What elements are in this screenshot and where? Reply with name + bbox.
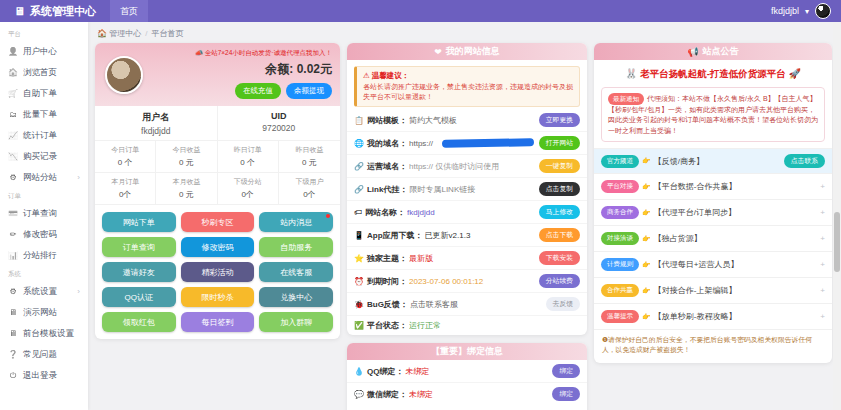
sidebar-item-常见问题[interactable]: ❓常见问题 xyxy=(0,344,88,365)
quick-button-在线客服[interactable]: 在线客服 xyxy=(259,262,333,282)
quick-button-精彩活动[interactable]: 精彩活动 xyxy=(181,262,255,282)
马上修改-button[interactable]: 马上修改 xyxy=(539,205,580,219)
row-icon: 💧 xyxy=(354,367,364,376)
点击复制-button[interactable]: 点击复制 xyxy=(539,182,580,196)
notice-row-link[interactable]: 【对接合作-上架编辑】 xyxy=(654,285,817,296)
sidebar-item-网站分站[interactable]: ⚙网站分站› xyxy=(0,167,88,188)
chevron-down-icon[interactable]: ▾ xyxy=(805,7,809,16)
nav-home-tab[interactable]: 首页 xyxy=(110,0,148,22)
quick-button-每日签到[interactable]: 每日签到 xyxy=(181,312,255,332)
row-icon: ✅ xyxy=(354,321,364,330)
notice-row-link[interactable]: 【代理平台/订单同步】 xyxy=(654,207,817,218)
plus-icon: + xyxy=(820,312,825,321)
nav-username[interactable]: fkdjdjbl xyxy=(771,6,799,16)
sidebar-item-自助下单[interactable]: 🛒自助下单 xyxy=(0,83,88,104)
stat-cell: 本月订单0个 xyxy=(95,173,156,205)
sidebar-item-批量下单[interactable]: 🗂批量下单 xyxy=(0,104,88,125)
notice-row[interactable]: 合作共赢👉【对接合作-上架编辑】+ xyxy=(594,277,832,303)
sidebar-item-订单查询[interactable]: 💳订单查询 xyxy=(0,203,88,224)
stat-value: 0个 xyxy=(95,189,155,200)
notice-row-link[interactable]: 【放单秒刷-教程攻略】 xyxy=(654,311,817,322)
sidebar-item-浏览首页[interactable]: 🏠浏览首页 xyxy=(0,62,88,83)
contact-button[interactable]: 点击联系 xyxy=(784,154,825,168)
sidebar-item-icon: ⏻ xyxy=(8,371,18,381)
pointer-icon: 👉 xyxy=(642,235,651,243)
下载安装-button[interactable]: 下载安装 xyxy=(539,251,580,265)
点击下载-button[interactable]: 点击下载 xyxy=(539,228,580,242)
sidebar-item-label: 修改密码 xyxy=(23,229,57,241)
breadcrumb-current: 平台首页 xyxy=(151,29,183,38)
row-value: 运行正常 xyxy=(409,320,580,331)
sidebar-item-icon: ⚙ xyxy=(8,287,18,296)
profile-avatar[interactable] xyxy=(105,56,143,94)
contact-badge: 官方频道 xyxy=(601,155,639,168)
stat-value: 0 个 xyxy=(95,157,155,168)
notice-row[interactable]: 温馨提示👉【放单秒刷-教程攻略】+ xyxy=(594,303,832,329)
quick-button-自助服务[interactable]: 自助服务 xyxy=(259,237,333,257)
在线充值-button[interactable]: 在线充值 xyxy=(235,83,281,99)
sidebar-item-修改密码[interactable]: ✏修改密码 xyxy=(0,224,88,245)
bind-button[interactable]: 绑定 xyxy=(552,387,580,401)
quick-button-限时秒杀[interactable]: 限时秒杀 xyxy=(181,287,255,307)
sidebar-item-icon: 🛒 xyxy=(8,89,18,98)
bind-button[interactable]: 绑定 xyxy=(552,364,580,378)
stat-value: 0 元 xyxy=(156,157,216,168)
sidebar-item-退出登录[interactable]: ⏻退出登录 xyxy=(0,365,88,386)
quick-button-加入群聊[interactable]: 加入群聊 xyxy=(259,312,333,332)
quick-button-秒刷专区[interactable]: 秒刷专区 xyxy=(181,212,255,232)
quick-button-修改密码[interactable]: 修改密码 xyxy=(181,237,255,257)
quick-button-QQ认证[interactable]: QQ认证 xyxy=(102,287,176,307)
sidebar-item-用户中心[interactable]: 👤用户中心 xyxy=(0,41,88,62)
pointer-icon: 👉 xyxy=(642,261,651,269)
余额提现-button[interactable]: 余额提现 xyxy=(286,83,332,99)
sidebar-item-前台模板设置[interactable]: 🖥前台模板设置 xyxy=(0,323,88,344)
sidebar-item-统计订单[interactable]: 📈统计订单 xyxy=(0,125,88,146)
notice-row[interactable]: 计费规则👉【代理每日+运营人员】+ xyxy=(594,251,832,277)
breadcrumb-root[interactable]: 🏠 管理中心 xyxy=(97,29,141,38)
sidebar-item-分站排行[interactable]: 📊分站排行 xyxy=(0,245,88,266)
warning-title: ⚠ 温馨建议： xyxy=(363,71,573,81)
一键复制-button[interactable]: 一键复制 xyxy=(539,159,580,173)
quick-button-兑换中心[interactable]: 兑换中心 xyxy=(259,287,333,307)
立即更换-button[interactable]: 立即更换 xyxy=(539,113,580,127)
sidebar-item-icon: 👤 xyxy=(8,47,18,56)
stat-cell: 昨日收益0 元 xyxy=(279,141,340,173)
username-cell: 用户名 fkdjdjdd xyxy=(95,106,218,140)
site-info-row: ⭐独家主题：最新版下载安装 xyxy=(347,247,587,270)
site-info-row: 🔗Link代挂：限时专属LINK链接点击复制 xyxy=(347,178,587,201)
sidebar-item-演示网站[interactable]: 🖥演示网站 xyxy=(0,302,88,323)
row-value: 简约大气模板 xyxy=(409,115,534,126)
notice-row-badge: 合作共赢 xyxy=(601,284,639,297)
sidebar-item-label: 批量下单 xyxy=(23,109,57,121)
quick-button-邀请好友[interactable]: 邀请好友 xyxy=(102,262,176,282)
site-info-card-header: ❤ 我的网站信息 xyxy=(347,43,587,60)
quick-button-站内消息[interactable]: 站内消息 xyxy=(259,212,333,232)
notice-row-link[interactable]: 【平台数据-合作共赢】 xyxy=(654,181,817,192)
binding-status: 未绑定 xyxy=(405,366,547,377)
notice-row-badge: 对接洽谈 xyxy=(601,232,639,245)
site-info-row: 🏷网站名称：fkdjdjdd马上修改 xyxy=(347,201,587,224)
quick-button-网站下单[interactable]: 网站下单 xyxy=(102,212,176,232)
打开网站-button[interactable]: 打开网站 xyxy=(539,136,580,150)
notice-row-link[interactable]: 【独占货源】 xyxy=(654,233,817,244)
sidebar-item-label: 浏览首页 xyxy=(23,67,57,79)
notice-row-link[interactable]: 【代理每日+运营人员】 xyxy=(654,259,817,270)
site-info-row: 🐞BuG反馈：点击联系客服去反馈 xyxy=(347,293,587,316)
row-value: https:// 仅供临时访问使用 xyxy=(409,161,534,172)
scrollbar-thumb[interactable] xyxy=(834,212,840,272)
scrollbar[interactable] xyxy=(833,22,841,410)
sidebar-item-系统设置[interactable]: ⚙系统设置› xyxy=(0,281,88,302)
row-label: QQ绑定： xyxy=(367,366,403,377)
contact-link[interactable]: 【反馈/商务】 xyxy=(654,156,779,167)
avatar[interactable] xyxy=(815,3,831,19)
announcement-marquee: 📣 全站7×24小时自动发货·诚邀代理点我加入！ xyxy=(103,49,332,58)
plus-icon: + xyxy=(820,234,825,243)
notice-row[interactable]: 平台对接👉【平台数据-合作共赢】+ xyxy=(594,173,832,199)
notice-row[interactable]: 商务合作👉【代理平台/订单同步】+ xyxy=(594,199,832,225)
notice-row[interactable]: 对接洽谈👉【独占货源】+ xyxy=(594,225,832,251)
sidebar-item-购买记录[interactable]: 📉购买记录 xyxy=(0,146,88,167)
quick-button-领取红包[interactable]: 领取红包 xyxy=(102,312,176,332)
quick-button-订单查询[interactable]: 订单查询 xyxy=(102,237,176,257)
分站续费-button[interactable]: 分站续费 xyxy=(539,274,580,288)
去反馈-button[interactable]: 去反馈 xyxy=(546,297,580,311)
